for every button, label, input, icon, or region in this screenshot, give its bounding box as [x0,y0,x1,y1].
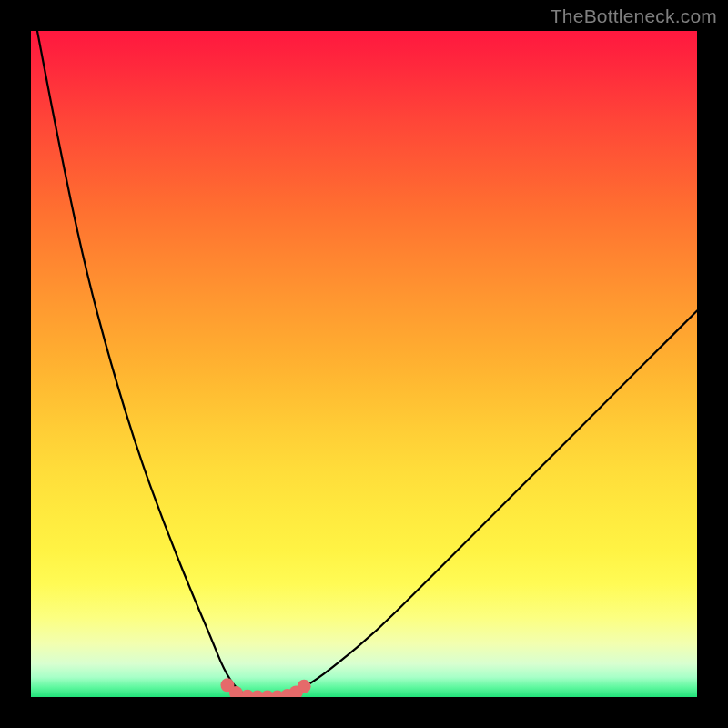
curve-svg [31,31,697,697]
watermark-text: TheBottleneck.com [551,5,717,27]
min-band-markers [220,678,310,697]
plot-area [31,31,697,697]
bottleneck-curve [31,31,697,697]
min-band-marker [298,680,311,693]
chart-frame: TheBottleneck.com [0,0,728,728]
